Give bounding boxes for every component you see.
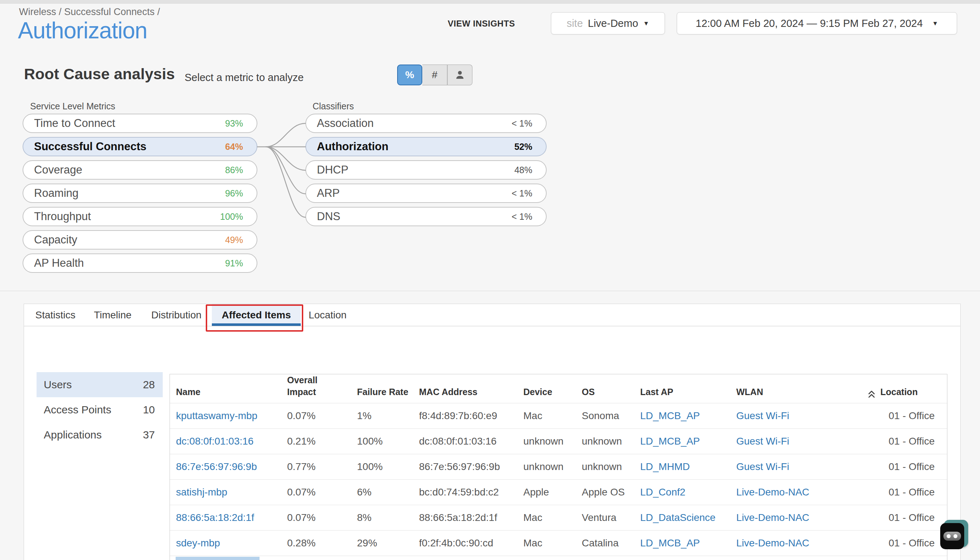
cell-name-link[interactable]: kputtaswamy-mbp <box>176 410 257 422</box>
breadcrumb[interactable]: Wireless / Successful Connects / <box>19 7 160 18</box>
metric-unit-toggle: % # <box>397 65 473 85</box>
cell-failure-rate: 100% <box>357 436 383 447</box>
metric-pill-successful-connects[interactable]: Successful Connects64% <box>23 137 257 156</box>
toggle-users-button[interactable] <box>448 65 473 85</box>
classifier-pill-dns[interactable]: DNS< 1% <box>305 207 547 226</box>
site-selector-value: Live-Demo <box>588 18 638 29</box>
affected-category-list: Users28Access Points10Applications37 <box>37 372 163 447</box>
tab-location[interactable]: Location <box>306 304 349 326</box>
cell-last-ap-link[interactable]: LD_MCB_AP <box>640 436 700 447</box>
date-range-value: 12:00 AM Feb 20, 2024 — 9:15 PM Feb 27, … <box>696 18 923 29</box>
category-applications[interactable]: Applications37 <box>37 422 163 447</box>
category-users[interactable]: Users28 <box>37 372 163 397</box>
cell-last-ap-link[interactable]: LD_MCB_AP <box>640 537 700 549</box>
cell-wlan-link[interactable]: Guest Wi-Fi <box>736 410 789 422</box>
cell-os: unknown <box>582 436 622 447</box>
classifier-pill-authorization[interactable]: Authorization52% <box>305 137 547 156</box>
cell-last-ap-link[interactable]: LD_Conf2 <box>640 487 686 498</box>
service-level-metrics-label: Service Level Metrics <box>30 101 115 112</box>
cell-name-link[interactable]: 88:66:5a:18:2d:1f <box>176 512 254 523</box>
metric-pill-capacity[interactable]: Capacity49% <box>23 230 257 250</box>
cell-wlan-link[interactable]: Live-Demo-NAC <box>736 487 809 498</box>
table-row: dc:08:0f:01:03:160.21%100%dc:08:0f:01:03… <box>170 428 947 454</box>
cell-location: 01 - Office <box>888 436 935 447</box>
cell-failure-rate: 8% <box>357 512 371 523</box>
table-header-row: NameOverall ImpactFailure RateMAC Addres… <box>170 374 947 403</box>
metric-pill-coverage[interactable]: Coverage86% <box>23 160 257 180</box>
classifier-pill-association[interactable]: Association< 1% <box>305 113 547 133</box>
table-row: 86:7e:56:97:96:9b0.77%100%86:7e:56:97:96… <box>170 454 947 479</box>
column-header-overall-impact[interactable]: Overall Impact <box>287 374 337 399</box>
metric-pill-value: 64% <box>225 142 243 152</box>
cell-last-ap-link[interactable]: LD_MHMD <box>640 461 690 473</box>
cell-name-link[interactable]: satishj-mbp <box>176 487 227 498</box>
column-header-label: Location <box>880 386 918 398</box>
cell-impact: 0.07% <box>287 410 315 422</box>
classifier-pill-label: Authorization <box>317 140 389 153</box>
cell-name-link[interactable]: dc:08:0f:01:03:16 <box>176 436 253 447</box>
tab-label: Location <box>309 309 347 321</box>
cell-failure-rate: 1% <box>357 410 371 422</box>
metric-pill-value: 93% <box>225 118 243 129</box>
cell-wlan-link[interactable]: Guest Wi-Fi <box>736 436 789 447</box>
tab-affected-items[interactable]: Affected Items <box>212 304 301 326</box>
category-label: Applications <box>44 429 102 441</box>
column-header-location[interactable]: Location <box>868 386 918 398</box>
metric-pill-time-to-connect[interactable]: Time to Connect93% <box>23 113 257 133</box>
tab-statistics[interactable]: Statistics <box>35 304 76 326</box>
date-range-selector[interactable]: 12:00 AM Feb 20, 2024 — 9:15 PM Feb 27, … <box>677 12 957 34</box>
classifier-pill-dhcp[interactable]: DHCP48% <box>305 160 547 180</box>
cell-wlan-link[interactable]: Live-Demo-NAC <box>736 537 809 549</box>
metric-pill-label: AP Health <box>34 257 84 270</box>
classifier-pill-arp[interactable]: ARP< 1% <box>305 183 547 203</box>
category-access-points[interactable]: Access Points10 <box>37 397 163 422</box>
column-header-wlan[interactable]: WLAN <box>736 386 763 398</box>
cell-name-link[interactable]: sdey-mbp <box>176 537 220 549</box>
cell-impact: 0.07% <box>287 487 315 498</box>
column-header-device[interactable]: Device <box>523 386 552 398</box>
cell-wlan-link[interactable]: Guest Wi-Fi <box>736 461 789 473</box>
classifier-pill-value: 52% <box>514 142 532 152</box>
cell-impact: 0.21% <box>287 436 315 447</box>
cell-mac: 86:7e:56:97:96:9b <box>419 461 500 473</box>
column-header-os[interactable]: OS <box>582 386 595 398</box>
cell-device: unknown <box>523 436 564 447</box>
column-header-failure-rate[interactable]: Failure Rate <box>357 386 408 398</box>
service-level-metrics-list: Time to Connect93%Successful Connects64%… <box>23 113 257 273</box>
metric-pill-ap-health[interactable]: AP Health91% <box>23 253 257 273</box>
cell-mac: bc:d0:74:59:bd:c2 <box>419 487 499 498</box>
classifiers-label: Classifiers <box>313 101 354 112</box>
cell-location: 01 - Office <box>888 461 935 473</box>
cell-impact: 0.28% <box>287 537 315 549</box>
classifier-pill-label: DHCP <box>317 163 348 177</box>
cell-mac: 88:66:5a:18:2d:1f <box>419 512 497 523</box>
cell-device: Apple <box>523 487 549 498</box>
metric-pill-roaming[interactable]: Roaming96% <box>23 183 257 203</box>
affected-items-table: NameOverall ImpactFailure RateMAC Addres… <box>170 374 947 560</box>
toggle-count-button[interactable]: # <box>422 65 448 85</box>
metric-pill-label: Throughput <box>34 210 91 223</box>
metric-pill-throughput[interactable]: Throughput100% <box>23 207 257 226</box>
metric-pill-value: 100% <box>220 212 243 222</box>
toggle-percent-button[interactable]: % <box>397 65 422 85</box>
tab-timeline[interactable]: Timeline <box>92 304 133 326</box>
column-header-last-ap[interactable]: Last AP <box>640 386 673 398</box>
cell-location: 01 - Office <box>888 410 935 422</box>
classifier-connector-lines <box>257 113 306 229</box>
cell-name-link[interactable]: 86:7e:56:97:96:9b <box>176 461 257 473</box>
column-header-name[interactable]: Name <box>176 386 200 398</box>
cell-wlan-link[interactable]: Live-Demo-NAC <box>736 512 809 523</box>
view-insights-button[interactable]: VIEW INSIGHTS <box>448 18 515 29</box>
column-header-mac-address[interactable]: MAC Address <box>419 386 478 398</box>
metric-pill-value: 96% <box>225 188 243 198</box>
collapse-chevrons-icon[interactable] <box>868 390 875 398</box>
cell-failure-rate: 6% <box>357 487 371 498</box>
cell-last-ap-link[interactable]: LD_DataScience <box>640 512 715 523</box>
cell-failure-rate: 29% <box>357 537 377 549</box>
classifier-pill-value: < 1% <box>511 118 532 129</box>
cell-location: 01 - Office <box>888 537 935 549</box>
site-selector[interactable]: site Live-Demo ▼ <box>551 12 665 34</box>
cell-last-ap-link[interactable]: LD_MCB_AP <box>640 410 700 422</box>
tab-distribution[interactable]: Distribution <box>148 304 205 326</box>
table-row: 88:66:5a:18:2d:1f0.07%8%88:66:5a:18:2d:1… <box>170 505 947 530</box>
